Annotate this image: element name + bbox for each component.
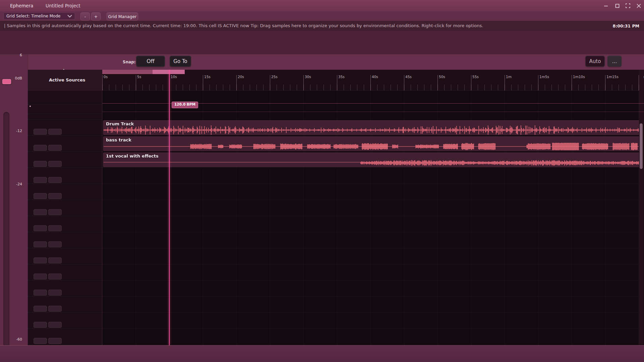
mute-button[interactable] (48, 225, 62, 231)
record-arm-button[interactable] (34, 193, 47, 199)
mute-button[interactable] (48, 177, 62, 183)
track-lane[interactable] (102, 264, 644, 281)
loop-region-highlight[interactable] (153, 70, 185, 74)
loop-region[interactable] (102, 70, 153, 74)
ruler-label-5s: 5s (137, 75, 141, 79)
mute-button[interactable] (48, 129, 62, 135)
clip-title: Drum Track (106, 121, 134, 126)
transport-bar: 0:10:000 Punch New Take Click 120 BPM 4 … (0, 345, 644, 362)
close-button[interactable] (634, 2, 643, 9)
track-header-empty[interactable] (28, 216, 102, 232)
record-arm-button[interactable] (34, 274, 47, 280)
track-header-empty[interactable] (28, 313, 102, 329)
record-arm-button[interactable] (34, 145, 47, 151)
scrollbar-thumb[interactable] (640, 123, 643, 169)
minimize-button[interactable] (601, 2, 610, 9)
track-lane[interactable] (102, 184, 644, 200)
mute-button[interactable] (48, 209, 62, 215)
track-lanes[interactable]: Drum Trackbass track1st vocal with effec… (102, 70, 644, 345)
status-bar: | Samples in this grid automatically pla… (0, 21, 644, 31)
playhead[interactable] (169, 70, 170, 345)
record-arm-button[interactable] (34, 161, 47, 167)
mute-button[interactable] (48, 145, 62, 151)
go-to-button[interactable]: Go To (170, 56, 191, 67)
record-arm-button[interactable] (34, 306, 47, 312)
project-title: Untitled Project (46, 3, 80, 8)
track-header-empty[interactable] (28, 329, 102, 345)
audio-clip-drums[interactable]: Drum Track (103, 120, 641, 135)
track-header-empty[interactable] (28, 168, 102, 184)
track-header-empty[interactable] (28, 248, 102, 264)
clock: 8:00:31 PM (613, 23, 639, 28)
vertical-scrollbar[interactable] (639, 70, 644, 345)
ruler-tick (605, 75, 605, 90)
track-header-empty[interactable] (28, 281, 102, 297)
track-lane[interactable] (102, 329, 644, 345)
mute-button[interactable] (48, 274, 62, 280)
mute-button[interactable] (48, 322, 62, 328)
record-arm-button[interactable] (34, 225, 47, 231)
ruler-label-15s: 15s (204, 75, 211, 79)
track-header-bass-track[interactable] (28, 136, 102, 152)
record-arm-button[interactable] (34, 129, 47, 135)
snap-label: Snap: (123, 60, 136, 64)
waveform-vocal (103, 153, 640, 167)
ruler-tick (370, 75, 371, 90)
track-lane[interactable] (102, 200, 644, 216)
ruler-label-1m15s: 1m15s (606, 75, 619, 79)
record-arm-button[interactable] (34, 257, 47, 263)
record-arm-button[interactable] (34, 241, 47, 247)
track-header-empty[interactable] (28, 264, 102, 281)
grid-manager-button[interactable]: Grid Manager (107, 12, 138, 20)
tempo-marker-tag[interactable]: 120.0 BPM (172, 102, 198, 108)
track-header-empty[interactable] (28, 184, 102, 200)
track-header-empty[interactable] (28, 200, 102, 216)
ruler-tick (505, 75, 505, 90)
track-lane[interactable] (102, 216, 644, 232)
timeline-ruler[interactable]: 0s5s10s15s20s25s30s35s40s45s50s55s1m1m5s… (102, 70, 644, 90)
track-lane[interactable] (102, 168, 644, 184)
more-options-button[interactable]: ... (607, 56, 622, 67)
fullscreen-button[interactable] (623, 2, 633, 9)
maximize-button[interactable] (612, 2, 622, 9)
audio-clip-bass[interactable]: bass track (103, 136, 641, 151)
snap-value-button[interactable]: Off (136, 56, 165, 67)
mute-button[interactable] (48, 290, 62, 296)
chevron-down-icon (67, 14, 72, 18)
track-lane[interactable] (102, 248, 644, 264)
track-header-empty[interactable] (28, 232, 102, 248)
record-arm-button[interactable] (34, 290, 47, 296)
mute-button[interactable] (48, 161, 62, 167)
fader-groove (3, 112, 9, 362)
record-arm-button[interactable] (34, 177, 47, 183)
record-arm-button[interactable] (34, 338, 47, 344)
zoom-out-button[interactable]: - (80, 12, 90, 20)
edit-toolbar: Snap: Off Go To Auto ... (28, 54, 644, 70)
auto-button[interactable]: Auto (585, 56, 605, 67)
ruler-label-55s: 55s (472, 75, 479, 79)
mute-button[interactable] (48, 306, 62, 312)
track-header-empty[interactable] (28, 297, 102, 313)
mute-button[interactable] (48, 193, 62, 199)
track-header-1st-vocal-with-effects[interactable] (28, 152, 102, 168)
ruler-label-1m5s: 1m5s (539, 75, 549, 79)
grid-select-dropdown[interactable]: Grid Select: Timeline Mode (3, 12, 75, 20)
zoom-in-button[interactable]: + (91, 12, 101, 20)
track-lane[interactable] (102, 297, 644, 313)
track-lane[interactable] (102, 281, 644, 297)
ruler-tick (236, 75, 237, 90)
mute-button[interactable] (48, 338, 62, 344)
ruler-label-0s: 0s (104, 75, 108, 79)
record-arm-button[interactable] (34, 209, 47, 215)
ruler-label-10s: 10s (171, 75, 177, 79)
track-header-drum-track[interactable] (28, 120, 102, 136)
record-arm-button[interactable] (34, 322, 47, 328)
spacer-row-header (28, 90, 102, 105)
mute-button[interactable] (48, 257, 62, 263)
track-lane[interactable] (102, 232, 644, 248)
mute-button[interactable] (48, 241, 62, 247)
ruler-label-30s: 30s (305, 75, 311, 79)
track-lane[interactable] (102, 313, 644, 329)
audio-clip-vocal[interactable]: 1st vocal with effects (103, 153, 641, 167)
ruler-label-40s: 40s (372, 75, 378, 79)
